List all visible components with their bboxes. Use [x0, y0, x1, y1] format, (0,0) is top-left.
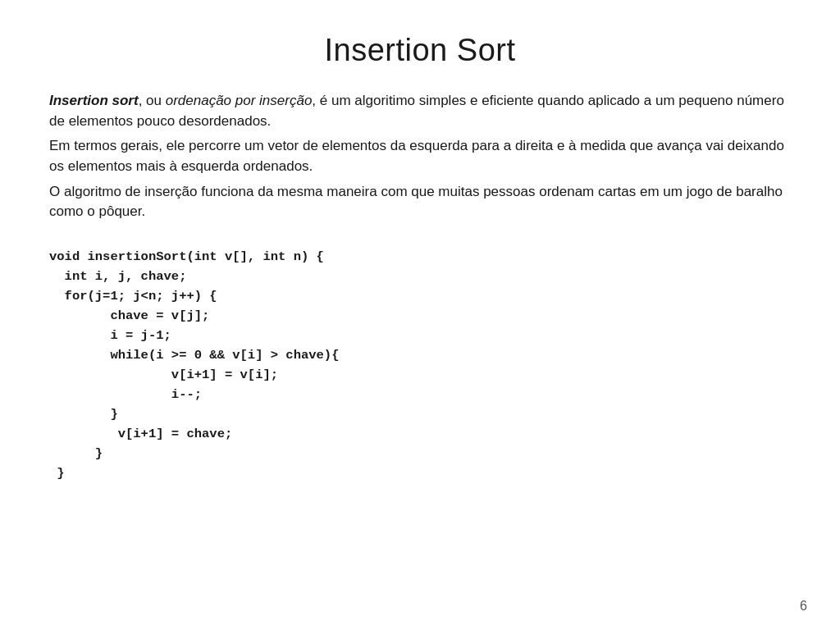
paragraph-1: Insertion sort, ou ordenação por inserçã… — [49, 91, 791, 131]
page-number: 6 — [800, 599, 807, 614]
spacer — [49, 227, 791, 240]
p1-text1: , ou — [139, 93, 166, 108]
code-line-1: void insertionSort(int v[], int n) { — [49, 247, 791, 267]
content-area: Insertion sort, ou ordenação por inserçã… — [49, 91, 791, 597]
code-block: void insertionSort(int v[], int n) { int… — [49, 247, 791, 483]
code-line-4: chave = v[j]; — [49, 306, 791, 326]
code-line-10: v[i+1] = chave; — [49, 424, 791, 444]
code-line-9: } — [49, 404, 791, 424]
code-line-2: int i, j, chave; — [49, 267, 791, 286]
code-line-11: } — [49, 444, 791, 463]
code-line-12: } — [49, 463, 791, 483]
slide: Insertion Sort Insertion sort, ou ordena… — [0, 0, 840, 630]
paragraph-3: O algoritmo de inserção funciona da mesm… — [49, 182, 791, 222]
code-line-5: i = j-1; — [49, 326, 791, 345]
code-line-7: v[i+1] = v[i]; — [49, 365, 791, 385]
code-line-8: i--; — [49, 385, 791, 404]
code-line-3: for(j=1; j<n; j++) { — [49, 286, 791, 306]
italic-text: ordenação por inserção — [166, 93, 313, 108]
paragraph-2: Em termos gerais, ele percorre um vetor … — [49, 136, 791, 176]
slide-title: Insertion Sort — [49, 33, 791, 68]
code-line-6: while(i >= 0 && v[i] > chave){ — [49, 345, 791, 365]
bold-italic-text: Insertion sort — [49, 93, 139, 108]
